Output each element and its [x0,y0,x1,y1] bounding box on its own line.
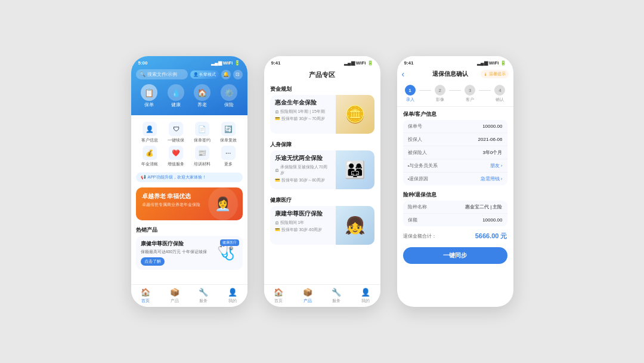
mine2-label: 我的 [361,298,370,304]
phone3: 9:41 ▂▄▆ WiFi 🔋 ‹ 退保信息确认 🌡 温馨提示 1 录入 2 [397,56,513,307]
step-2[interactable]: 2 影像 [435,85,445,103]
bottom-nav-mine[interactable]: 👤 我的 [228,288,237,304]
bottom2-nav-product[interactable]: 📦 产品 [303,288,312,304]
product2-info-1: 惠金生年金保险 🗓投险期间 1年期 | 15年期 💳投保年龄 30岁～70周岁 [270,95,336,134]
step-connector-2 [449,90,461,91]
policy-label-1: 保单号 [408,123,422,130]
bottom-nav-service[interactable]: 🔧 服务 [199,288,208,304]
step-label-1: 录入 [406,97,414,103]
step-3[interactable]: 3 客户 [465,85,475,103]
phone1-quick-actions: 👤 客户信息 🛡 一键续保 📄 保单签约 🔄 保单复效 💰 [136,119,243,170]
quick-label-service: 增值服务 [168,161,184,167]
product2-img-3: 👧 [336,206,374,245]
product2-img-1: 🪙 [336,95,374,134]
step-label-4: 确认 [496,97,504,103]
total-label: 退保金额合计： [403,233,436,239]
qr-icon-btn[interactable]: ⊡ [233,70,243,79]
back-button[interactable]: ‹ [402,69,405,79]
policy-row-5[interactable]: •退保原因 急需用钱 › [403,173,507,185]
quick-item-more[interactable]: ··· 更多 [216,146,240,167]
mine2-icon: 👤 [361,288,370,297]
sync-btn-label: 一键同步 [443,252,467,259]
quick-item-restore[interactable]: 🔄 保单复效 [216,122,240,143]
product-tag: 健康医疗 [220,239,239,246]
warm-tip-label: 温馨提示 [489,71,506,77]
sync-button[interactable]: 一键同步 [403,247,507,264]
nav-baoxian2[interactable]: ⚙️ 保险 [221,84,237,108]
product-card2-2[interactable]: 乐途无忧两全保险 🗓承保险限 至被保险人70周岁 💳投保年龄 30岁～80周岁 … [270,150,374,189]
battery2-icon: 🔋 [367,60,373,66]
nav-baoxian-icon: 📋 [141,84,157,101]
bottom-nav-product[interactable]: 📦 产品 [170,288,179,304]
quick-item-training[interactable]: 📰 培训材料 [190,146,214,167]
policy-label-5: •退保原因 [408,176,429,182]
step-1[interactable]: 1 录入 [405,85,416,103]
nav-baoxian[interactable]: 📋 保单 [141,84,157,108]
quick-row-2: 💰 年金清账 ❤️ 增值服务 📰 培训材料 ··· 更多 [137,146,242,167]
policy-value-2: 2021-06-06 [478,137,503,142]
policy-value-1: 10000.00 [482,124,502,129]
policy-value-4: 朋友 › [490,162,503,169]
phone1-header: 5:00 ▂▄▆ WiFi 🔋 🔍 搜索文件/示例 👤 长辈模式 🔔 ⊡ [131,56,247,115]
phone3-time: 9:41 [404,60,414,66]
quick-item-sign[interactable]: 📄 保单签约 [190,122,214,143]
service2-label: 服务 [332,298,340,304]
home2-icon: 🏠 [274,288,283,297]
surrender-row-2: 保额 10000.00 [403,214,507,226]
mode-button[interactable]: 👤 长辈模式 [190,70,219,79]
quick-item-customer[interactable]: 👤 客户信息 [138,122,162,143]
quick-item-renew[interactable]: 🛡 一键续保 [164,122,188,143]
step-connector-3 [479,90,491,91]
policy-row-3: 被保险人 3年0个月 [403,146,507,159]
phone2: 9:41 ▂▄▆ WiFi 🔋 产品专区 资金规划 惠金生年金保险 🗓投险期间 … [264,56,380,307]
quick-label-training: 培训材料 [194,161,210,167]
section-label-3: 健康医疗 [264,194,380,206]
quick-item-service[interactable]: ❤️ 增值服务 [164,146,188,167]
policy-row-4[interactable]: •与业务员关系 朋友 › [403,159,507,173]
bottom2-nav-mine[interactable]: 👤 我的 [361,288,370,304]
notice-icon: 📢 [141,175,146,180]
step-circle-1: 1 [405,85,416,96]
step-4[interactable]: 4 确认 [494,85,505,103]
sign-icon: 📄 [195,122,209,136]
phone2-time: 9:41 [271,60,281,66]
bottom2-nav-home[interactable]: 🏠 首页 [274,288,283,304]
product2-icon: 📦 [303,288,312,297]
product-info: 康健华尊医疗保险 保额最高可达400万元 十年保证续保 点击了解 [141,240,210,266]
surrender-value-1: 惠金宝二代 | 主险 [465,204,503,210]
product2-info-2: 乐途无忧两全保险 🗓承保险限 至被保险人70周岁 💳投保年龄 30岁～80周岁 [270,150,336,189]
product-btn[interactable]: 点击了解 [141,257,165,266]
nav-jiankang[interactable]: 💧 健康 [168,84,184,108]
warm-tip-button[interactable]: 🌡 温馨提示 [481,70,509,78]
wifi-icon: WiFi [223,60,233,66]
product-card2-1[interactable]: 惠金生年金保险 🗓投险期间 1年期 | 15年期 💳投保年龄 30岁～70周岁 … [270,95,374,134]
surrender-value-2: 10000.00 [482,217,502,223]
quick-item-annuity[interactable]: 💰 年金清账 [138,146,162,167]
quick-label-annuity: 年金清账 [141,161,158,167]
step-connector-1 [419,90,431,91]
bottom-nav-home[interactable]: 🏠 首页 [141,288,150,304]
nav-yanglao[interactable]: 🏠 养老 [194,84,210,108]
bell-icon-btn[interactable]: 🔔 [221,70,231,79]
product-card-1[interactable]: 康健华尊医疗保险 保额最高可达400万元 十年保证续保 点击了解 健康医疗 🩺 [136,236,243,270]
surrender-info-card: 险种名称 惠金宝二代 | 主险 保额 10000.00 [403,201,507,226]
surrender-label-2: 保额 [408,217,417,223]
phone3-header: ‹ 退保信息确认 🌡 温馨提示 [397,67,513,81]
search-icon: 🔍 [140,72,145,77]
phone1-banner[interactable]: 卓越养老 幸福优选 卓越传世专属商业养老年金保险 👩‍💼 [136,187,243,220]
hot-products-title: 热销产品 [131,224,247,236]
step-label-3: 客户 [466,97,474,103]
surrender-row-1: 险种名称 惠金宝二代 | 主险 [403,201,507,214]
product-card2-3[interactable]: 康建华尊医疗保险 🗓投险期间 1年 💳投保年龄 30岁-60周岁 👧 [270,206,374,245]
home-label: 首页 [141,298,150,304]
steps-row: 1 录入 2 影像 3 客户 4 确认 [397,81,513,107]
bottom2-nav-service[interactable]: 🔧 服务 [332,288,341,304]
phone2-signal: ▂▄▆ WiFi 🔋 [344,60,373,66]
restore-icon: 🔄 [221,122,236,136]
quick-label-renew: 一键续保 [168,137,184,143]
search-box[interactable]: 🔍 搜索文件/示例 [136,69,188,79]
phone1-bottom-nav: 🏠 首页 📦 产品 🔧 服务 👤 我的 [131,284,247,307]
product2-name-3: 康建华尊医疗保险 [275,210,331,218]
step-circle-4: 4 [494,85,505,96]
section1-title: 保单/客户信息 [397,107,513,120]
